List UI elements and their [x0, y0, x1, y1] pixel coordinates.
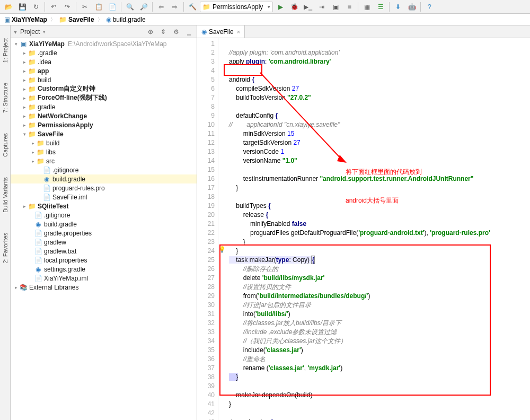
tree-build-gradle[interactable]: ◉build.gradle [11, 174, 197, 183]
tree-item[interactable]: 📄gradle.properties [11, 229, 197, 238]
tree-item[interactable]: ▸📁build [11, 138, 197, 147]
save-icon[interactable]: 💾 [16, 1, 29, 13]
annotation-box-android [224, 64, 262, 76]
tab-label: SaveFile [209, 28, 234, 36]
tree-savefile[interactable]: ▾📁SaveFile [11, 129, 197, 138]
run-config-label: PermissionsApply [213, 3, 263, 11]
coverage-icon[interactable]: ▣ [329, 1, 342, 13]
tree-item[interactable]: ▸📁NetWorkChange [11, 111, 197, 120]
replace-icon[interactable]: 🔎 [137, 1, 150, 13]
tree-item[interactable]: ▸📁ForceOff-line(强制下线) [11, 93, 197, 102]
breadcrumb-root[interactable]: ▣ XiaYiYeMap [3, 16, 48, 23]
redo-icon[interactable]: ↷ [61, 1, 74, 13]
editor-area: ◉ SaveFile × 123456789101112131415161718… [197, 25, 530, 420]
breadcrumb: ▣ XiaYiYeMap 〉 📁 SaveFile 〉 ◉ build.grad… [0, 14, 530, 25]
sync-icon[interactable]: ↻ [30, 1, 42, 13]
panel-title[interactable]: Project [20, 28, 40, 36]
tree-item[interactable]: 📄.gitignore [11, 211, 197, 220]
tree-item[interactable]: ▸📁build [11, 75, 197, 84]
undo-icon[interactable]: ↶ [47, 1, 60, 13]
avd-icon[interactable]: ☰ [374, 1, 387, 13]
project-panel: ▾ Project ▾ ⊕ ⇕ ⚙ ⎯ ▾▣ XiaYiYeMap E:\And… [11, 25, 197, 420]
collapse-all-icon[interactable]: ⇕ [158, 27, 168, 37]
folder-icon: 📁 [202, 3, 210, 11]
run-config-selector[interactable]: 📁 PermissionsApply [200, 2, 273, 12]
help-icon[interactable]: ? [423, 1, 436, 13]
annotation-text: 将下面红框里面的代码放到 android大括号里面 [346, 148, 422, 224]
tree-item[interactable]: ▸📁PermissionsApply [11, 120, 197, 129]
breadcrumb-file[interactable]: ◉ build.gradle [105, 16, 147, 23]
close-icon[interactable]: × [237, 29, 240, 35]
editor-tabs: ◉ SaveFile × [197, 25, 530, 38]
back-icon[interactable]: ⇦ [155, 1, 167, 13]
tree-external-libs[interactable]: ▸📚External Libraries [11, 283, 197, 292]
bulb-icon[interactable]: 💡 [218, 246, 226, 253]
find-icon[interactable]: 🔍 [123, 1, 136, 13]
sdk-icon[interactable]: ⬇ [392, 1, 404, 13]
cut-icon[interactable]: ✂ [78, 1, 91, 13]
tree-root[interactable]: ▾▣ XiaYiYeMap E:\Android\workSpace\XiaYi… [11, 39, 197, 48]
svg-marker-1 [337, 155, 347, 163]
scroll-from-source-icon[interactable]: ⊕ [146, 27, 155, 37]
left-tool-rail: 1: Project 7: Structure Captures Build V… [0, 25, 11, 420]
open-icon[interactable]: 📂 [2, 1, 15, 13]
tree-item[interactable]: ▸📁.gradle [11, 48, 197, 57]
tree-item[interactable]: ▸📁Custorm自定义时钟 [11, 84, 197, 93]
attach-icon[interactable]: ⇥ [315, 1, 328, 13]
tree-item[interactable]: 📄gradlew [11, 238, 197, 247]
breadcrumb-folder[interactable]: 📁 SaveFile [58, 16, 95, 23]
rail-build-variants[interactable]: Build Variants [2, 175, 8, 215]
gear-icon[interactable]: ⚙ [171, 27, 181, 37]
rail-favorites[interactable]: 2: Favorites [2, 231, 8, 265]
project-icon: ▣ [4, 16, 10, 23]
tree-item[interactable]: ▸📁gradle [11, 102, 197, 111]
project-panel-header: ▾ Project ▾ ⊕ ⇕ ⚙ ⎯ [11, 25, 197, 38]
debug-icon[interactable]: 🐞 [288, 1, 301, 13]
code-editor[interactable]: 1234567891011121314151617181920212223242… [197, 38, 530, 420]
gradle-icon: ◉ [201, 28, 207, 36]
tree-item[interactable]: 📄SaveFile.iml [11, 192, 197, 202]
copy-icon[interactable]: 📋 [92, 1, 105, 13]
tree-item[interactable]: ▸📁libs [11, 147, 197, 156]
rail-captures[interactable]: Captures [2, 131, 8, 159]
tree-item[interactable]: ▸📁.idea [11, 57, 197, 66]
hide-icon[interactable]: ⎯ [184, 27, 193, 37]
tree-item[interactable]: 📄proguard-rules.pro [11, 183, 197, 192]
combo-icon[interactable]: ▾ [14, 28, 17, 36]
tree-item[interactable]: 📄gradlew.bat [11, 247, 197, 256]
tree-item[interactable]: ▸📁SQliteTest [11, 202, 197, 211]
chevron-down-icon[interactable]: ▾ [43, 29, 46, 34]
editor-tab-savefile[interactable]: ◉ SaveFile × [197, 25, 245, 38]
main-toolbar: 📂 💾 ↻ ↶ ↷ ✂ 📋 📄 🔍 🔎 ⇦ ⇨ 🔨 📁 PermissionsA… [0, 0, 530, 14]
build-icon[interactable]: 🔨 [186, 1, 199, 13]
paste-icon[interactable]: 📄 [106, 1, 119, 13]
gradle-icon: ◉ [106, 16, 111, 23]
rail-project[interactable]: 1: Project [2, 36, 8, 65]
tree-item[interactable]: ▸📁src [11, 156, 197, 165]
tree-item[interactable]: 📄local.properties [11, 256, 197, 265]
tree-item[interactable]: ◉build.gradle [11, 220, 197, 229]
run-icon[interactable]: ▶ [274, 1, 287, 13]
line-gutter: 1234567891011121314151617181920212223242… [197, 38, 218, 420]
tree-item[interactable]: 📄XiaYiYeMap.iml [11, 274, 197, 283]
tree-item[interactable]: ◉settings.gradle [11, 265, 197, 274]
code-content[interactable]: //apply plugin: 'com.android.application… [226, 38, 530, 420]
folder-icon: 📁 [59, 16, 67, 23]
rail-structure[interactable]: 7: Structure [2, 81, 8, 115]
tree-item[interactable]: 📄.gitignore [11, 165, 197, 174]
project-tree[interactable]: ▾▣ XiaYiYeMap E:\Android\workSpace\XiaYi… [11, 38, 197, 420]
layout-inspector-icon[interactable]: ▦ [360, 1, 373, 13]
profile-icon[interactable]: ▶⎯ [302, 1, 314, 13]
tree-item[interactable]: ▸📁app [11, 66, 197, 75]
forward-icon[interactable]: ⇨ [169, 1, 181, 13]
stop-icon[interactable]: ■ [343, 1, 356, 13]
chevron-right-icon: 〉 [98, 16, 103, 23]
android-icon[interactable]: 🤖 [405, 1, 418, 13]
chevron-right-icon: 〉 [50, 16, 56, 23]
glyph-margin: 💡 [218, 38, 226, 420]
